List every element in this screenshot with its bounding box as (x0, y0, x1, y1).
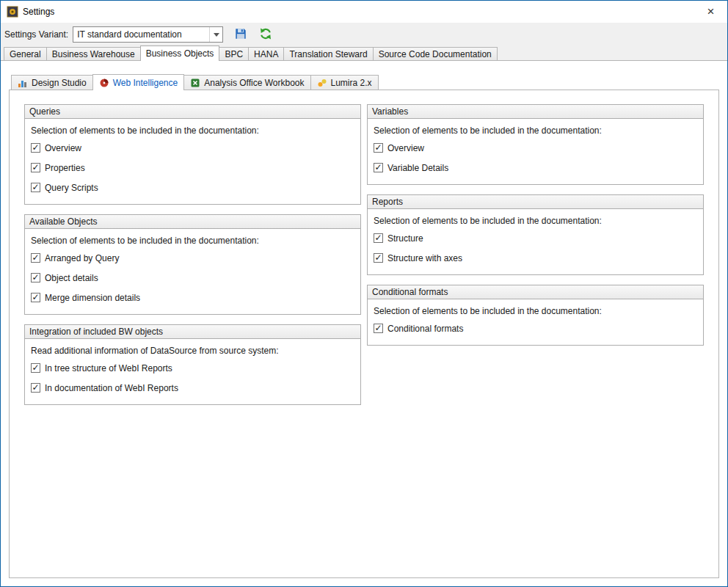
group-description: Selection of elements to be included in … (374, 214, 697, 227)
checkbox-label: Query Scripts (45, 183, 98, 193)
group-title: Integration of included BW objects (25, 325, 360, 339)
checkbox-icon[interactable]: ✓ (31, 363, 40, 373)
checkbox-label: Arranged by Query (45, 253, 119, 263)
settings-variant-label: Settings Variant: (4, 29, 68, 40)
main-tab-hana[interactable]: HANA (248, 47, 284, 60)
group-title: Queries (25, 105, 360, 119)
title-bar: Settings × (1, 1, 727, 23)
checkbox-row-arranged-by-query[interactable]: ✓Arranged by Query (31, 248, 354, 268)
main-tab-strip: GeneralBusiness WarehouseBusiness Object… (1, 46, 727, 61)
settings-window: Settings × Settings Variant: IT standard… (0, 0, 728, 587)
checkbox-row-conditional-formats[interactable]: ✓Conditional formats (374, 318, 697, 338)
group-body: Read additional information of DataSourc… (25, 339, 360, 404)
checkbox-row-object-details[interactable]: ✓Object details (31, 268, 354, 288)
checkbox-icon[interactable]: ✓ (31, 273, 40, 282)
refresh-button[interactable] (257, 26, 274, 43)
main-tab-business-warehouse[interactable]: Business Warehouse (46, 47, 141, 60)
group-title: Variables (368, 105, 703, 119)
checkbox-row-overview[interactable]: ✓Overview (31, 138, 354, 158)
checkbox-label: Variable Details (387, 163, 448, 173)
checkbox-row-variable-details[interactable]: ✓Variable Details (374, 158, 697, 178)
group-title: Available Objects (25, 215, 360, 229)
group-description: Selection of elements to be included in … (31, 234, 354, 247)
checkbox-row-structure[interactable]: ✓Structure (374, 228, 697, 248)
right-column: VariablesSelection of elements to be inc… (367, 104, 704, 355)
checkbox-label: Structure (387, 233, 423, 244)
group-reports: ReportsSelection of elements to be inclu… (367, 194, 704, 275)
group-description: Read additional information of DataSourc… (31, 344, 354, 357)
group-body: Selection of elements to be included in … (25, 119, 360, 204)
settings-variant-toolbar: Settings Variant: IT standard documentat… (1, 23, 727, 46)
settings-variant-combobox[interactable]: IT standard documentation (73, 26, 223, 43)
group-conditional-formats: Conditional formatsSelection of elements… (367, 285, 704, 346)
close-icon[interactable]: × (694, 1, 727, 23)
sub-tab-web-intelligence[interactable]: Web Intelligence (92, 74, 185, 90)
main-tab-translation-steward[interactable]: Translation Steward (283, 47, 373, 60)
checkbox-label: Overview (45, 143, 81, 153)
checkbox-icon[interactable]: ✓ (374, 163, 383, 172)
save-button[interactable] (232, 26, 250, 43)
checkbox-label: Object details (45, 273, 98, 283)
main-tab-bpc[interactable]: BPC (219, 47, 249, 60)
main-tab-business-objects[interactable]: Business Objects (140, 45, 220, 61)
group-description: Selection of elements to be included in … (374, 124, 697, 137)
checkbox-icon[interactable]: ✓ (31, 293, 40, 302)
checkbox-row-merge-dimension-details[interactable]: ✓Merge dimension details (31, 288, 354, 307)
business-objects-tab-page: Design StudioWeb IntelligenceAnalysis Of… (1, 61, 727, 586)
checkbox-label: Conditional formats (387, 324, 463, 334)
checkbox-icon[interactable]: ✓ (374, 143, 383, 153)
checkbox-icon[interactable]: ✓ (31, 183, 40, 192)
group-description: Selection of elements to be included in … (374, 305, 697, 318)
sub-tab-analysis-office-workbook[interactable]: Analysis Office Workbook (183, 75, 310, 90)
analysis-office-icon (190, 78, 200, 88)
checkbox-icon[interactable]: ✓ (374, 253, 383, 263)
checkbox-row-structure-with-axes[interactable]: ✓Structure with axes (374, 248, 697, 268)
group-description: Selection of elements to be included in … (31, 124, 354, 137)
group-queries: QueriesSelection of elements to be inclu… (24, 104, 361, 205)
sub-tab-label: Web Intelligence (113, 78, 178, 88)
group-title: Reports (368, 195, 703, 209)
main-tab-general[interactable]: General (4, 47, 47, 60)
group-variables: VariablesSelection of elements to be inc… (367, 104, 704, 185)
sub-tab-label: Analysis Office Workbook (204, 78, 304, 88)
checkbox-icon[interactable]: ✓ (31, 143, 40, 153)
sub-tab-label: Lumira 2.x (331, 78, 372, 88)
sub-tab-lumira-2-x[interactable]: Lumira 2.x (310, 75, 379, 90)
checkbox-row-overview[interactable]: ✓Overview (374, 138, 697, 158)
checkbox-icon[interactable]: ✓ (31, 253, 40, 263)
sub-tab-design-studio[interactable]: Design Studio (11, 75, 93, 90)
group-available-objects: Available ObjectsSelection of elements t… (24, 214, 361, 315)
checkbox-label: In tree structure of WebI Reports (45, 363, 172, 373)
design-studio-icon (18, 78, 28, 88)
web-intelligence-panel: QueriesSelection of elements to be inclu… (9, 90, 719, 578)
refresh-icon (259, 27, 272, 43)
chevron-down-icon[interactable] (209, 27, 222, 42)
save-icon (234, 27, 247, 43)
sub-tab-strip: Design StudioWeb IntelligenceAnalysis Of… (11, 73, 727, 90)
checkbox-label: Structure with axes (387, 253, 462, 263)
settings-variant-value: IT standard documentation (73, 29, 209, 40)
checkbox-row-query-scripts[interactable]: ✓Query Scripts (31, 178, 354, 197)
checkbox-icon[interactable]: ✓ (374, 233, 383, 243)
group-body: Selection of elements to be included in … (25, 229, 360, 314)
web-intelligence-icon (99, 78, 109, 88)
checkbox-icon[interactable]: ✓ (31, 163, 40, 172)
checkbox-icon[interactable]: ✓ (31, 383, 40, 393)
checkbox-label: Overview (387, 143, 424, 153)
checkbox-icon[interactable]: ✓ (374, 324, 383, 333)
checkbox-label: In documentation of WebI Reports (45, 383, 178, 393)
main-tab-source-code-documentation[interactable]: Source Code Documentation (373, 47, 498, 60)
group-body: Selection of elements to be included in … (368, 209, 703, 274)
group-body: Selection of elements to be included in … (368, 299, 703, 345)
checkbox-row-properties[interactable]: ✓Properties (31, 158, 354, 178)
checkbox-label: Properties (45, 163, 85, 173)
checkbox-row-in-documentation-of-webi-reports[interactable]: ✓In documentation of WebI Reports (31, 378, 354, 398)
group-body: Selection of elements to be included in … (368, 119, 703, 184)
panel-inner: QueriesSelection of elements to be inclu… (10, 90, 718, 415)
window-title: Settings (23, 7, 54, 17)
app-icon (7, 6, 18, 18)
lumira-icon (317, 78, 327, 88)
sub-tab-label: Design Studio (32, 78, 87, 88)
group-integration-of-included-bw-objects: Integration of included BW objectsRead a… (24, 324, 361, 405)
checkbox-row-in-tree-structure-of-webi-reports[interactable]: ✓In tree structure of WebI Reports (31, 358, 354, 378)
